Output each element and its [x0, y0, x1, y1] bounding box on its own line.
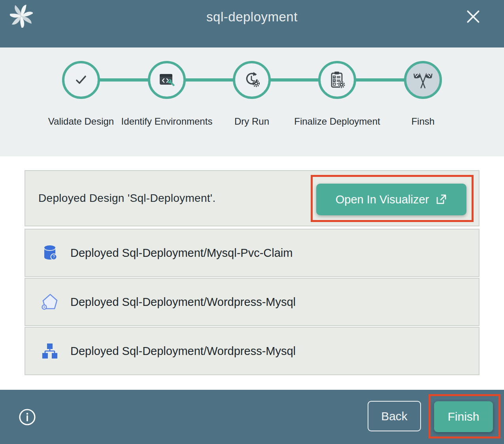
code-wrench-icon — [158, 71, 176, 89]
deployed-item-row: Deployed Sql-Deployment/Wordpress-Mysql — [25, 278, 479, 326]
modal-header: sql-deployment — [0, 0, 504, 47]
modal-footer — [0, 390, 504, 444]
deployed-item-row: ? Deployed Sql-Deployment/Mysql-Pvc-Clai… — [25, 229, 479, 277]
step-identify-environments[interactable] — [148, 61, 186, 99]
hierarchy-icon — [40, 342, 59, 361]
step-label-identify-environments: Identify Environments — [119, 114, 214, 129]
step-label-validate-design: Validate Design — [34, 114, 128, 129]
info-button[interactable] — [18, 408, 36, 426]
back-button[interactable]: Back — [368, 401, 421, 431]
checkmark-icon — [72, 71, 90, 89]
deployed-item-row: Deployed Sql-Deployment/Wordpress-Mysql — [25, 327, 479, 375]
pentagon-icon — [40, 292, 59, 311]
database-icon: ? — [40, 243, 59, 262]
deployed-item-text: Deployed Sql-Deployment/Wordpress-Mysql — [70, 345, 296, 358]
external-link-icon — [435, 194, 447, 205]
deployment-modal: sql-deployment — [0, 0, 504, 444]
step-label-finalize-deployment: Finalize Deployment — [290, 114, 385, 129]
open-in-visualizer-button[interactable]: Open In Visualizer — [316, 184, 466, 215]
step-finish[interactable] — [404, 61, 442, 99]
step-finalize-deployment[interactable] — [318, 61, 356, 99]
dry-run-icon — [242, 70, 261, 89]
close-button[interactable] — [463, 6, 483, 27]
info-icon — [18, 408, 36, 426]
finish-button[interactable]: Finish — [434, 401, 493, 432]
step-dry-run[interactable] — [233, 61, 271, 99]
deployment-summary-message: Deployed Design 'Sql-Deployment'. — [38, 192, 216, 205]
meshery-logo-icon — [10, 5, 33, 28]
finish-flags-icon — [413, 70, 433, 90]
deployed-item-text: Deployed Sql-Deployment/Wordpress-Mysql — [70, 296, 296, 309]
modal-title: sql-deployment — [0, 0, 504, 34]
deployed-item-text: Deployed Sql-Deployment/Mysql-Pvc-Claim — [70, 247, 293, 260]
close-icon — [465, 8, 481, 25]
clipboard-gear-icon — [328, 70, 347, 89]
step-label-dry-run: Dry Run — [204, 114, 299, 129]
step-validate-design[interactable] — [62, 61, 100, 99]
step-label-finish: Finsh — [376, 114, 470, 129]
open-in-visualizer-label: Open In Visualizer — [336, 193, 429, 206]
svg-text:?: ? — [53, 255, 55, 259]
